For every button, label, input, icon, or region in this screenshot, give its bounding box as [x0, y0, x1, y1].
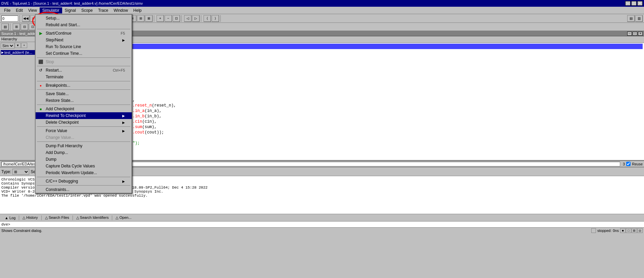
code-line-20: .cout(cout)); — [55, 130, 643, 135]
tb-btn-2[interactable]: ▶| — [30, 15, 38, 22]
filter-refresh-btn[interactable]: ⟳ — [99, 168, 107, 175]
code-area: module test_adder4; reg clk; reg reset_n… — [54, 43, 644, 160]
code-tab-adder4[interactable]: test_adder4.v ✕ — [55, 37, 92, 43]
tb-end2[interactable]: ▥ — [635, 15, 643, 22]
code-line-16: .in_a(in_a), — [55, 108, 643, 114]
tb2-btn-1[interactable]: ▤ — [1, 24, 9, 30]
code-line-10: wire cout; — [55, 87, 643, 92]
sidebar-ctrl-2[interactable]: + — [21, 43, 27, 48]
tb2-btn-4[interactable]: ⊡ — [29, 24, 36, 30]
tb-btn-10[interactable]: ≡ — [129, 15, 136, 22]
menu-trace[interactable]: Trace — [95, 7, 111, 13]
tb-btn-1[interactable]: ◀◀ — [22, 15, 30, 22]
code-scroll[interactable]: module test_adder4; reg clk; reg reset_n… — [54, 43, 644, 160]
menu-signal[interactable]: Signal — [62, 7, 79, 13]
code-filter-label: Code: — [66, 169, 77, 174]
tb-btn-5[interactable]: ↺ — [58, 15, 65, 22]
code-select[interactable]: All — [78, 169, 98, 175]
bottom-tab-bar: ▲ Log △ History △ Search Files △ Search … — [0, 214, 644, 221]
status-icon-1 — [591, 228, 596, 233]
inner-close-btn[interactable]: ✕ — [638, 32, 643, 36]
inner-min-btn[interactable]: ─ — [627, 32, 632, 36]
code-line-3: reg clk; — [55, 49, 643, 54]
close-btn[interactable]: ✕ — [637, 1, 643, 6]
tb-btn-7[interactable]: ↓ — [74, 15, 81, 22]
tb-btn-9[interactable]: ↑ — [90, 15, 97, 22]
tab-open[interactable]: △ Open... — [112, 215, 135, 221]
tb-btn-4[interactable]: ⬛ — [46, 15, 54, 22]
sidebar-header: Hierarchy — [0, 36, 53, 42]
status-icon-5: ◎ — [637, 228, 643, 233]
code-line-25: // $dumpon; — [55, 151, 643, 157]
log-line-1: Chronologic VCS simulator copyright 1991… — [1, 177, 643, 182]
tb-btn-6[interactable]: ▶ — [66, 15, 73, 22]
log-line-3: Compiler version 0-2018.09-SP2_Full64; R… — [1, 186, 643, 190]
code-line-1: module test_adder4; — [55, 44, 643, 49]
menu-view[interactable]: View — [26, 7, 40, 13]
tb2-btn-2[interactable]: ⊞ — [13, 24, 20, 30]
severity-select[interactable]: ⊞ — [48, 169, 65, 175]
sim-select[interactable]: Sim — [1, 43, 14, 49]
tb2-btn-5[interactable]: ↗ — [37, 24, 44, 30]
tb-nav-2[interactable]: ▷ — [192, 15, 200, 22]
tb-btn-3[interactable]: ▶▶ — [38, 15, 46, 22]
tb-btn-8[interactable]: → — [82, 15, 89, 22]
toolbar-sep-5 — [154, 15, 155, 22]
code-line-14: adder4 addr_inst(.clk(clk), — [55, 97, 643, 103]
log-line-5: The file '/home/lCer/EDA/test1/inter.vpd… — [1, 194, 643, 198]
menu-simulator[interactable]: Simulator — [40, 7, 62, 13]
menu-window[interactable]: Window — [111, 7, 131, 13]
tab-search-identifiers[interactable]: △ Search Identifiers — [73, 215, 112, 221]
sidebar-controls: Sim ▼ + — [0, 42, 53, 49]
inner-max-btn[interactable]: □ — [633, 32, 637, 36]
reuse-checkbox[interactable] — [626, 162, 631, 166]
cmd-line: dve> — [0, 221, 644, 227]
sidebar-tree: ▶ test_adder4 (te... — [0, 49, 53, 160]
code-line-22: //initial begin — [55, 135, 643, 141]
tab-search-files[interactable]: △ Search Files — [42, 215, 73, 221]
main-toolbar: ◀◀ ▶| ▶▶ ⬛ ↺ ▶ ↓ → ↑ ▶ ⟶ ⬛ ≡ ⊞ ⊠ + − ⊡ ◁… — [0, 14, 644, 23]
severity-label: Severity: — [31, 169, 46, 174]
code-line-26: //end — [55, 157, 643, 160]
menu-help[interactable]: Help — [131, 7, 144, 13]
code-line-17: .in_b(in_b), — [55, 114, 643, 119]
tb2-btn-3[interactable]: ⊟ — [21, 24, 28, 30]
maximize-btn[interactable]: □ — [631, 1, 637, 6]
tree-item-label: test_adder4 (te... — [4, 50, 32, 54]
menu-scope[interactable]: Scope — [79, 7, 95, 13]
type-label: Type: — [1, 169, 11, 174]
tb-zoom-in[interactable]: + — [157, 15, 164, 22]
tb-btn-11[interactable]: ⊞ — [137, 15, 144, 22]
tab-log[interactable]: ▲ Log — [1, 215, 19, 221]
code-tab-bar: test_adder4.v ✕ — [54, 36, 644, 43]
tree-item-adder4[interactable]: ▶ test_adder4 (te... — [1, 50, 53, 55]
sidebar-ctrl-1[interactable]: ▼ — [15, 43, 21, 48]
status-message: Shows Constraint dialog. — [1, 229, 589, 233]
filter-next-btn[interactable]: ▶ — [117, 168, 124, 175]
tb-nav-1[interactable]: ◁ — [184, 15, 191, 22]
time-input[interactable] — [1, 15, 18, 22]
tb-nav-3[interactable]: ⟨ — [204, 15, 211, 22]
time-display: 0ns — [613, 229, 619, 233]
tb-nav-4[interactable]: ⟩ — [212, 15, 219, 22]
status-icons: ■ □ ⊞ ◎ — [620, 228, 643, 233]
toolbar-sep-3 — [99, 15, 100, 22]
cmd-input[interactable] — [11, 223, 643, 227]
tb-btn-run[interactable]: ▶ — [101, 15, 109, 22]
minimize-btn[interactable]: ─ — [625, 1, 631, 6]
type-select[interactable]: ⊞ — [12, 169, 29, 175]
toolbar-sep-4 — [126, 15, 128, 22]
filter-prev-btn[interactable]: ◀ — [108, 168, 116, 175]
status-icon-4: ⊞ — [632, 228, 637, 233]
reuse-label: Reuse — [632, 162, 643, 166]
tb-end[interactable]: ▤ — [627, 15, 635, 22]
tb-btn-stop[interactable]: ⬛ — [118, 15, 125, 22]
tb-btn-step[interactable]: ⟶ — [110, 15, 117, 22]
stopped-label: stopped: — [597, 229, 611, 233]
tb-btn-12[interactable]: ⊠ — [145, 15, 153, 22]
tb-zoom-out[interactable]: − — [165, 15, 172, 22]
menu-file[interactable]: File — [1, 7, 13, 13]
tb-zoom-fit[interactable]: ⊡ — [173, 15, 180, 22]
menu-edit[interactable]: Edit — [13, 7, 26, 13]
tab-history[interactable]: △ History — [19, 215, 41, 221]
